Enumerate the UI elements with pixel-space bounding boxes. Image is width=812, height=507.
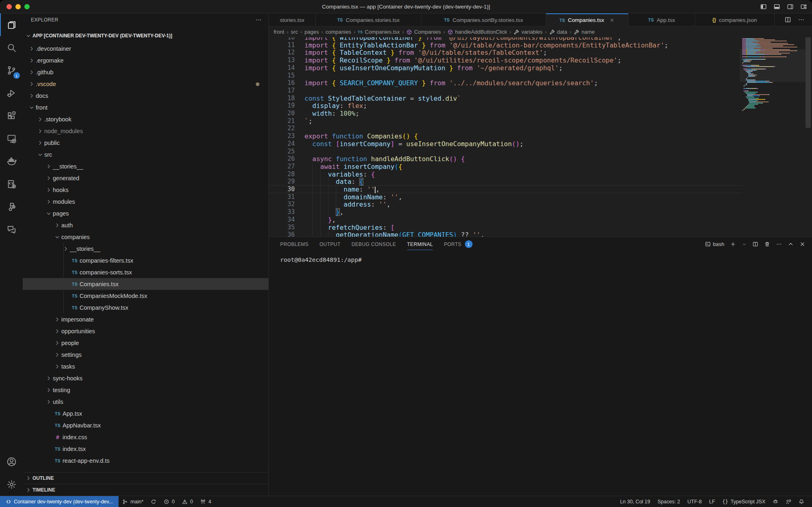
status-language-mode[interactable]: {}TypeScript JSX [719,496,769,507]
explorer-more-actions-icon[interactable] [255,17,262,23]
tab-stories-tsx[interactable]: stories.tsx [269,13,316,26]
tab-companies-stories-tsx[interactable]: TSCompanies.stories.tsx [316,13,421,26]
breadcrumb-item-pages[interactable]: pages [304,29,319,35]
tree-item-opportunities[interactable]: opportunities [23,325,268,337]
breadcrumb-item-data[interactable]: data [549,29,567,35]
layout-sidebar-left-icon[interactable] [760,3,767,10]
status-encoding[interactable]: UTF-8 [684,496,705,507]
line-number-18[interactable]: 18 [269,95,295,102]
line-number-31[interactable]: 31 [269,193,295,201]
editor-more-actions-icon[interactable] [798,16,805,23]
split-editor-icon[interactable] [784,16,791,23]
tab-companies-sortby-stories-tsx[interactable]: TSCompanies.sortBy.stories.tsx [421,13,546,26]
tree-item-__stories__[interactable]: __stories__ [23,160,268,172]
status-feedback[interactable] [782,496,795,507]
tree-item-companies[interactable]: companies [23,231,268,243]
tree-item-companies-filters-tsx[interactable]: TScompanies-filters.tsx [23,255,268,266]
explorer-section-header[interactable]: APP [CONTAINER DEV-TWENTY-DEV (DEV-TWENT… [23,30,268,41]
layout-customize-icon[interactable] [800,3,807,10]
split-terminal-icon[interactable] [752,241,758,247]
terminal-profile[interactable]: bash [705,241,724,247]
status-git-branch[interactable]: main* [119,496,147,507]
status-error-count[interactable]: 0 [160,496,178,507]
line-number-23[interactable]: 23 [269,132,295,140]
panel-tab-ports[interactable]: PORTS1 [444,237,472,251]
terminal-profile-dropdown-icon[interactable] [742,242,747,247]
tree-item-tasks[interactable]: tasks [23,360,268,372]
tree-item--storybook[interactable]: .storybook [23,113,268,125]
tree-item-docs[interactable]: docs [23,90,268,101]
status-indentation[interactable]: Spaces: 2 [654,496,684,507]
panel-tab-problems[interactable]: PROBLEMS [280,237,309,251]
activity-item-source-control[interactable]: 1 [0,59,23,82]
line-number-12[interactable]: 12 [269,49,295,56]
activity-item-comments[interactable] [0,218,23,241]
tree-item-utils[interactable]: utils [23,396,268,408]
panel-tab-terminal[interactable]: TERMINAL [407,237,433,251]
breadcrumb-item-name[interactable]: name [574,29,595,35]
close-panel-icon[interactable] [799,241,806,247]
tree-item-auth[interactable]: auth [23,219,268,231]
tree-item--devcontainer[interactable]: .devcontainer [23,43,268,54]
activity-item-search[interactable] [0,36,23,59]
line-number-22[interactable]: 22 [269,125,295,132]
line-number-14[interactable]: 14 [269,64,295,72]
line-number-13[interactable]: 13 [269,56,295,64]
editor-scrollbar[interactable] [806,37,811,128]
line-number-34[interactable]: 34 [269,216,295,224]
activity-item-extensions[interactable] [0,104,23,127]
terminal-content[interactable]: root@0a42ecd84891:/app# [269,251,812,263]
activity-item-figma[interactable] [0,195,23,218]
line-number-24[interactable]: 24 [269,140,295,148]
zoom-window-button[interactable] [24,4,30,9]
panel-tab-output[interactable]: OUTPUT [320,237,341,251]
line-number-33[interactable]: 33 [269,208,295,216]
tree-item-pages[interactable]: pages [23,207,268,219]
tab-app-tsx[interactable]: TSApp.tsx [628,13,695,26]
breadcrumb-item-companies[interactable]: companies [326,29,351,35]
status-copilot[interactable] [769,496,782,507]
breadcrumb-item-variables[interactable]: variables [514,29,542,35]
code-editor[interactable]: 1011121314151617181920212223242526272829… [269,37,812,237]
line-number-20[interactable]: 20 [269,110,295,117]
line-number-15[interactable]: 15 [269,72,295,80]
activity-item-dev-containers[interactable] [0,173,23,195]
tree-item-react-app-env-d-ts[interactable]: TSreact-app-env.d.ts [23,455,268,466]
tree-item-companiesmockmode-tsx[interactable]: TSCompaniesMockMode.tsx [23,290,268,302]
close-window-button[interactable] [6,4,12,9]
activity-item-settings[interactable] [0,473,23,496]
line-number-21[interactable]: 21 [269,117,295,125]
status-notifications[interactable] [795,496,808,507]
tree-item-__stories__[interactable]: __stories__ [23,243,268,255]
line-number-27[interactable]: 27 [269,163,295,170]
line-number-26[interactable]: 26 [269,155,295,163]
line-number-30[interactable]: 30 [269,186,295,193]
line-number-25[interactable]: 25 [269,148,295,155]
tree-item-modules[interactable]: modules [23,196,268,207]
tab-companies-tsx[interactable]: TSCompanies.tsx [546,13,628,27]
tree-item-generated[interactable]: generated [23,172,268,184]
breadcrumb-item-companies-tsx[interactable]: TSCompanies.tsx [358,29,400,35]
tree-item-public[interactable]: public [23,137,268,149]
tree-item-companies-tsx[interactable]: TSCompanies.tsx [23,278,268,290]
tree-item-hooks[interactable]: hooks [23,184,268,196]
activity-item-remote-explorer[interactable] [0,127,23,150]
breadcrumb-item-front[interactable]: front [274,29,284,35]
activity-item-accounts[interactable] [0,450,23,473]
layout-sidebar-right-icon[interactable] [787,3,794,10]
tree-item-companies-sorts-tsx[interactable]: TScompanies-sorts.tsx [23,266,268,278]
tree-item-testing[interactable]: testing [23,384,268,396]
status-remote-indicator[interactable]: Container dev-twenty-dev (dev-twenty-dev… [0,496,119,507]
tree-item-impersonate[interactable]: impersonate [23,313,268,325]
layout-panel-icon[interactable] [773,3,780,10]
maximize-panel-icon[interactable] [788,241,794,247]
close-icon[interactable] [609,17,615,23]
status-warning-count[interactable]: 0 [178,496,197,507]
line-number-19[interactable]: 19 [269,102,295,110]
tree-item-node_modules[interactable]: node_modules [23,125,268,137]
tree-item-index-css[interactable]: #index.css [23,431,268,443]
minimap[interactable] [742,38,803,111]
tree-item-companyshow-tsx[interactable]: TSCompanyShow.tsx [23,302,268,313]
panel-tab-debug-console[interactable]: DEBUG CONSOLE [352,237,396,251]
status-sync-changes[interactable] [147,496,160,507]
